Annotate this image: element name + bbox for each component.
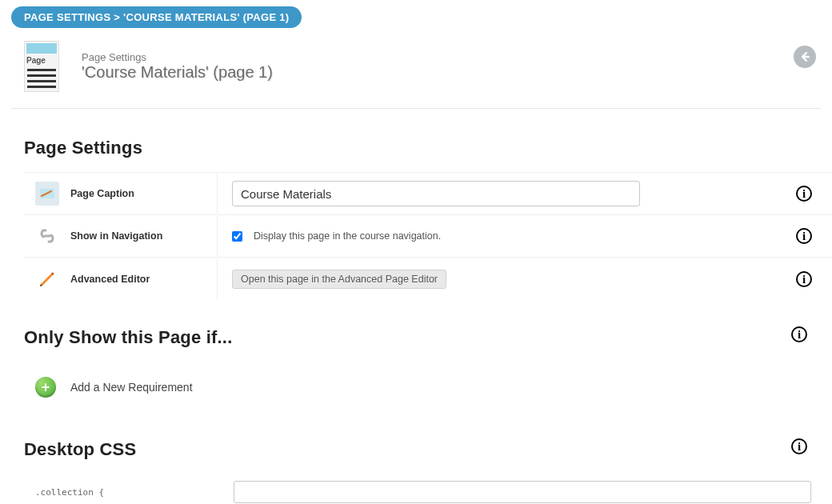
header-subtitle: Page Settings [82,51,273,63]
svg-text:i: i [798,328,801,341]
chain-link-icon [35,224,59,248]
info-icon: i [795,227,813,245]
breadcrumb-pill[interactable]: PAGE SETTINGS > 'COURSE MATERIALS' (PAGE… [11,6,302,28]
row-page-caption: Page Caption i [24,172,832,215]
css-textarea[interactable] [234,481,811,503]
adv-editor-label: Advanced Editor [70,274,150,285]
page-caption-label: Page Caption [70,188,134,199]
section-heading-page-settings: Page Settings [24,138,832,158]
info-button-conditions[interactable]: i [790,326,808,343]
css-sample-caption: .collection { [24,481,218,503]
page-caption-icon [35,182,59,206]
page-thumbnail-label: Page [26,56,57,65]
show-nav-checkbox[interactable] [232,231,242,242]
add-requirement-button[interactable]: + Add a New Requirement [24,362,832,412]
page-title: 'Course Materials' (page 1) [82,63,273,82]
section-heading-conditions: Only Show this Page if... [24,327,832,348]
arrow-left-icon [798,50,812,64]
row-show-navigation: Show in Navigation Display this page in … [24,214,832,258]
info-button-adv[interactable]: i [795,270,813,288]
page-header: Page Page Settings 'Course Materials' (p… [11,28,832,108]
info-icon: i [790,438,808,455]
show-nav-label: Show in Navigation [70,230,162,242]
show-nav-text[interactable]: Display this page in the course navigati… [254,230,441,242]
page-thumbnail-icon: Page [24,41,59,92]
info-icon: i [795,185,813,202]
back-button[interactable] [794,46,816,68]
section-heading-css: Desktop CSS [24,439,832,460]
info-icon: i [790,326,808,343]
svg-text:i: i [802,273,806,286]
svg-text:i: i [802,187,806,200]
pencil-icon [35,267,59,291]
page-caption-input[interactable] [232,181,640,206]
plus-circle-icon: + [35,377,56,398]
open-advanced-editor-button[interactable]: Open this page in the Advanced Page Edit… [232,270,446,289]
info-button-caption[interactable]: i [795,185,813,202]
info-button-css[interactable]: i [790,438,808,455]
add-requirement-label: Add a New Requirement [70,381,193,394]
row-advanced-editor: Advanced Editor Open this page in the Ad… [24,257,832,300]
svg-text:i: i [802,230,806,242]
info-button-nav[interactable]: i [795,227,813,245]
svg-text:i: i [798,440,801,453]
info-icon: i [795,270,813,288]
